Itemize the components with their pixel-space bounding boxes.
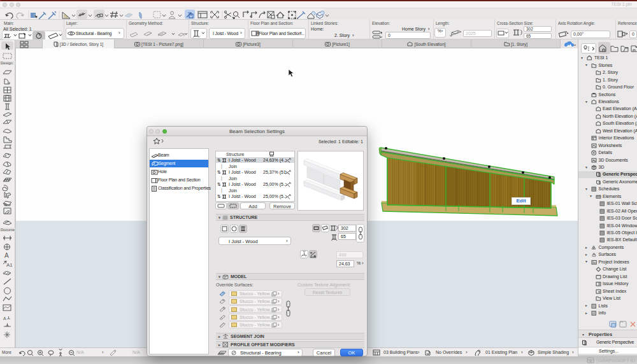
svg-text:A: A (4, 252, 9, 259)
svg-text:A1: A1 (6, 262, 13, 268)
svg-text:A: A (3, 316, 6, 321)
